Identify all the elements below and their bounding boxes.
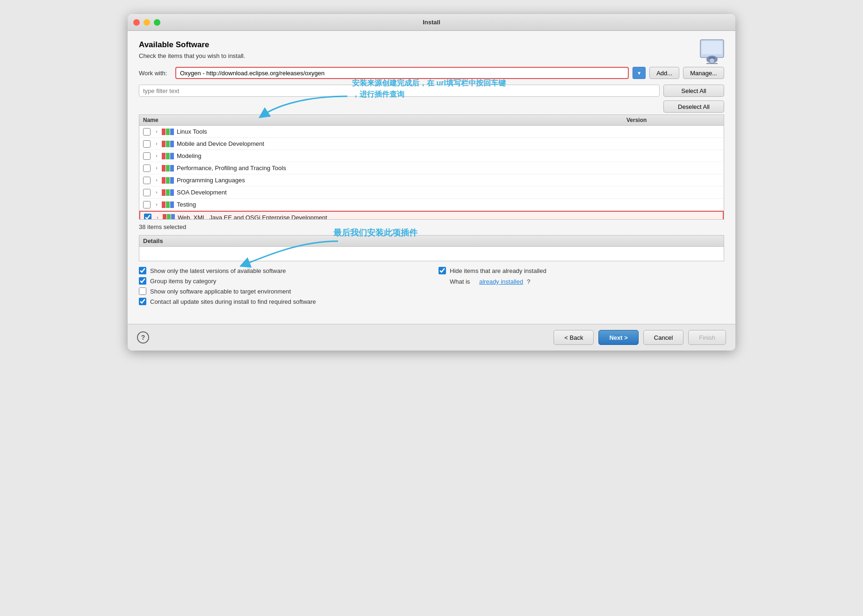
item-name-6: Testing <box>177 201 720 208</box>
list-item[interactable]: › Programming Languages <box>139 174 724 186</box>
checkbox-contact-sites[interactable] <box>139 298 146 305</box>
next-button[interactable]: Next > <box>598 330 638 345</box>
item-name-5: SOA Development <box>177 189 720 196</box>
option-hide-installed-label: Hide items that are already installed <box>450 267 547 274</box>
manage-button[interactable]: Manage... <box>683 67 724 79</box>
back-button[interactable]: < Back <box>554 330 594 345</box>
help-button[interactable]: ? <box>137 331 149 344</box>
list-item[interactable]: › Performance, Profiling and Tracing Too… <box>139 162 724 174</box>
item-name-1: Mobile and Device Development <box>177 140 720 147</box>
option-show-applicable: Show only software applicable to target … <box>139 287 424 295</box>
minimize-button[interactable] <box>144 19 150 26</box>
column-header-name: Name <box>143 117 626 123</box>
work-with-input[interactable] <box>175 67 629 79</box>
expand-icon-3[interactable]: › <box>153 165 160 172</box>
plugin-icons-0 <box>162 129 174 135</box>
item-name-2: Modeling <box>177 152 720 159</box>
list-item[interactable]: › Modeling <box>139 150 724 162</box>
options-right: Hide items that are already installed Wh… <box>439 267 724 305</box>
work-with-label: Work with: <box>139 70 172 77</box>
work-with-dropdown[interactable]: ▼ <box>633 67 646 79</box>
expand-icon-0[interactable]: › <box>153 129 160 135</box>
window-title: Install <box>423 19 440 26</box>
filter-row: Select All <box>139 85 724 97</box>
work-with-row: Work with: ▼ Add... Manage... <box>139 67 724 79</box>
plugin-icons-3 <box>162 165 174 172</box>
list-item[interactable]: › Mobile and Device Development <box>139 138 724 150</box>
question-text: ? <box>527 278 530 285</box>
expand-icon-4[interactable]: › <box>153 177 160 184</box>
close-button[interactable] <box>133 19 140 26</box>
option-hide-installed: Hide items that are already installed <box>439 267 724 274</box>
option-show-latest-label: Show only the latest versions of availab… <box>150 267 286 274</box>
expand-icon-1[interactable]: › <box>153 141 160 147</box>
checkbox-show-applicable[interactable] <box>139 287 146 295</box>
details-body <box>139 247 724 261</box>
option-contact-sites-label: Contact all update sites during install … <box>150 298 316 305</box>
option-already-installed: What is already installed? <box>439 278 724 285</box>
what-is-text: What is <box>450 278 470 285</box>
list-item-highlighted[interactable]: › Web, XML, Java EE and OSGi Enterprise … <box>139 211 724 219</box>
list-header: Name Version <box>139 115 724 126</box>
options-left: Show only the latest versions of availab… <box>139 267 424 305</box>
plugin-icons-5 <box>162 189 174 196</box>
expand-icon-2[interactable]: › <box>153 153 160 159</box>
items-selected-text: 38 items selected <box>139 223 724 230</box>
titlebar: Install <box>128 14 735 31</box>
select-all-button[interactable]: Select All <box>663 85 724 97</box>
expand-icon-6[interactable]: › <box>153 201 160 208</box>
details-section: Details <box>139 235 724 261</box>
window-controls[interactable] <box>133 19 160 26</box>
footer-right: < Back Next > Cancel Finish <box>554 330 726 345</box>
item-checkbox-4[interactable] <box>143 177 151 184</box>
item-name-7: Web, XML, Java EE and OSGi Enterprise De… <box>178 214 719 220</box>
checkbox-hide-installed[interactable] <box>439 267 446 274</box>
plugin-icons-6 <box>162 201 174 208</box>
item-checkbox-6[interactable] <box>143 201 151 208</box>
page-title: Available Software <box>139 40 724 50</box>
column-header-version: Version <box>626 117 720 123</box>
plugin-icons-2 <box>162 153 174 159</box>
item-checkbox-3[interactable] <box>143 165 151 172</box>
option-show-latest: Show only the latest versions of availab… <box>139 267 424 274</box>
add-button[interactable]: Add... <box>649 67 679 79</box>
item-checkbox-5[interactable] <box>143 189 151 196</box>
footer-left: ? <box>137 331 149 344</box>
option-show-applicable-label: Show only software applicable to target … <box>150 288 291 295</box>
list-items: › Linux Tools › Mo <box>139 126 724 219</box>
maximize-button[interactable] <box>154 19 160 26</box>
list-item[interactable]: › Testing <box>139 199 724 211</box>
option-group-by-category-label: Group items by category <box>150 278 216 285</box>
plugin-icons-7 <box>163 214 175 219</box>
filter-input[interactable] <box>139 85 660 97</box>
plugin-icons-1 <box>162 141 174 147</box>
checkbox-show-latest[interactable] <box>139 267 146 274</box>
already-installed-link[interactable]: already installed <box>479 278 523 285</box>
dropdown-arrow-icon: ▼ <box>637 71 641 76</box>
item-checkbox-0[interactable] <box>143 128 151 136</box>
option-contact-sites: Contact all update sites during install … <box>139 298 424 305</box>
list-item[interactable]: › SOA Development <box>139 186 724 199</box>
expand-icon-7[interactable]: › <box>154 214 161 219</box>
item-checkbox-1[interactable] <box>143 140 151 148</box>
item-name-3: Performance, Profiling and Tracing Tools <box>177 165 720 172</box>
expand-icon-5[interactable]: › <box>153 189 160 196</box>
finish-button[interactable]: Finish <box>688 330 726 345</box>
work-with-input-wrapper <box>175 67 629 79</box>
item-name-4: Programming Languages <box>177 177 720 184</box>
item-checkbox-2[interactable] <box>143 152 151 160</box>
checkbox-group-by-category[interactable] <box>139 277 146 285</box>
page-subtitle: Check the items that you wish to install… <box>139 52 724 59</box>
options-section: Show only the latest versions of availab… <box>139 267 724 305</box>
item-checkbox-7[interactable] <box>144 214 151 219</box>
list-item[interactable]: › Linux Tools <box>139 126 724 138</box>
plugin-icons-4 <box>162 177 174 184</box>
details-header: Details <box>139 236 724 247</box>
item-name-0: Linux Tools <box>177 128 720 135</box>
footer: ? < Back Next > Cancel Finish <box>128 324 735 351</box>
option-group-by-category: Group items by category <box>139 277 424 285</box>
software-list: Name Version › Linux Tools › <box>139 115 724 220</box>
cancel-button[interactable]: Cancel <box>643 330 683 345</box>
deselect-all-button[interactable]: Deselect All <box>663 100 724 113</box>
